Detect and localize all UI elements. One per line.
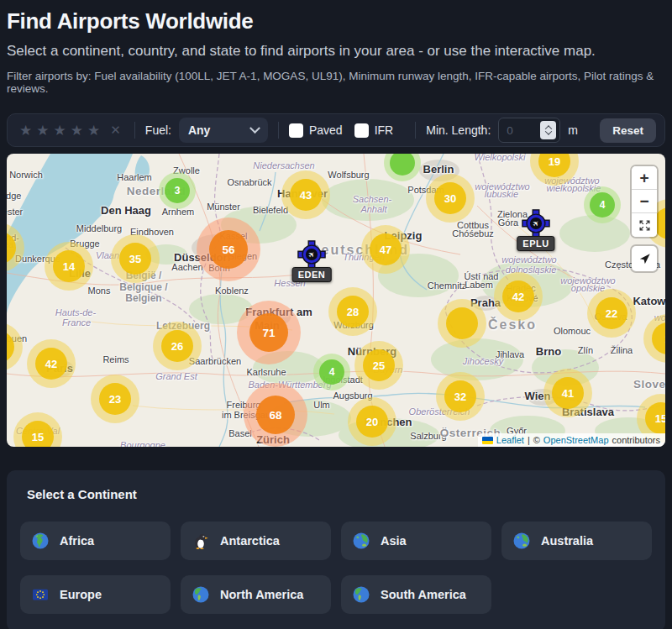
cluster-count: 42 [502,280,534,312]
min-length-field[interactable] [498,118,560,143]
cluster-count: 28 [337,296,369,328]
map-label: Zlín [578,346,593,355]
number-stepper[interactable] [540,121,556,139]
cluster-marker[interactable]: 43 [281,170,330,219]
map-label: Osnabrück [227,178,271,187]
locate-me-button[interactable] [632,246,657,271]
fullscreen-button[interactable] [632,213,657,237]
copyright-symbol: © [533,435,540,445]
map-label: Anhalt [360,205,386,214]
page-title: Find Airports Worldwide [7,8,665,34]
cluster-marker[interactable]: 28 [328,287,377,336]
cluster-marker[interactable]: 26 [153,322,202,370]
map-label: ester [7,207,23,217]
cluster-marker[interactable]: 56 [197,218,260,281]
star-icon[interactable]: ★ [54,122,66,139]
cluster-marker[interactable]: 47 [361,225,410,274]
min-length-input[interactable] [507,124,538,137]
continent-button[interactable]: Asia [341,522,491,560]
continent-label: Africa [60,534,94,548]
locate-icon [638,252,652,266]
cluster-marker[interactable]: 14 [45,242,93,291]
map-label: Labem [465,280,493,290]
filter-toolbar: ★★★★★ ✕ Fuel: Any Paved IFR Min. Length:… [7,113,665,147]
fuel-label: Fuel: [145,123,171,137]
map-label: France [62,318,91,328]
interactive-map[interactable]: Norwichidgeesterend-eaHaarlemZwolleNeder… [7,154,665,447]
cluster-count: 35 [119,243,151,275]
cluster-marker[interactable]: 22 [587,289,636,338]
star-icon[interactable]: ★ [87,122,100,139]
star-icon[interactable]: ★ [71,122,83,139]
star-icon[interactable]: ★ [36,122,49,139]
reset-button[interactable]: Reset [600,118,656,143]
continent-label: Europe [60,588,102,601]
cluster-marker[interactable]: 3 [159,172,196,209]
cluster-count: 56 [209,230,248,269]
paved-label: Paved [309,123,343,137]
cluster-marker[interactable]: 42 [27,339,76,388]
cluster-count: 42 [35,348,67,380]
leaflet-link[interactable]: Leaflet [496,435,524,445]
cluster-marker[interactable]: 32 [436,372,485,421]
cluster-marker[interactable] [438,299,486,348]
cluster-marker[interactable]: 71 [237,301,301,364]
map-label: Berlin [423,164,454,175]
cluster-count: 30 [434,182,466,214]
cluster-marker[interactable]: 30 [426,174,475,223]
ifr-filter[interactable]: IFR [354,123,394,138]
unit-label: m [568,123,578,137]
continent-button[interactable]: Africa [20,522,171,560]
map-label: Wielkopolski [474,154,525,162]
map-label: Katowice [633,296,665,307]
continent-button[interactable]: Australia [501,522,652,560]
cluster-marker[interactable]: 68 [244,383,307,447]
ifr-checkbox[interactable] [354,123,369,138]
cluster-count: 23 [99,383,131,415]
ifr-label: IFR [375,123,394,137]
continent-button[interactable]: South America [341,575,491,614]
cluster-count: 25 [363,349,395,381]
cluster-marker[interactable]: 35 [111,234,160,283]
airport-code-label: EDEN [292,267,332,282]
map-label: Jihočeský [463,357,503,366]
cluster-marker[interactable]: 41 [543,369,592,417]
zoom-in-button[interactable]: + [632,166,657,190]
airport-code-label: EPLU [517,236,554,251]
map-label: Aachen [171,263,202,272]
cluster-count: 15 [22,421,54,447]
cluster-count [390,154,415,176]
cluster-marker[interactable]: 4 [584,186,621,223]
map-label: lubuskie [485,190,518,199]
map-label: Góra [498,218,518,228]
zoom-out-button[interactable]: − [632,190,657,213]
map-label: Belgien [125,293,161,303]
continent-button[interactable]: Europe [20,575,171,614]
map-label: Münster [207,202,240,212]
fuel-selected-value: Any [188,123,210,137]
continent-label: Antarctica [220,534,280,548]
cluster-marker[interactable]: 25 [354,341,403,390]
map-label: Middelburg [76,224,122,233]
cluster-count [7,331,14,363]
continent-grid: Africa Antarctica Asia Australia Europe … [20,522,652,614]
map-label: idge [7,191,21,201]
continent-button[interactable]: North America [181,575,331,614]
clear-rating-icon[interactable]: ✕ [110,123,121,138]
attribution-divider: | [528,435,530,445]
continent-button[interactable]: Antarctica [181,522,331,560]
fuel-select[interactable]: Any [179,118,268,143]
osm-link[interactable]: OpenStreetMap [543,435,609,445]
map-label: Haarlem [117,173,152,182]
star-icon[interactable]: ★ [19,122,32,139]
map-label: Reims [102,355,129,364]
cluster-marker[interactable]: 20 [348,397,396,446]
cluster-marker[interactable]: 42 [494,272,543,321]
map-label: Česko [488,318,537,332]
cluster-marker[interactable]: 23 [91,375,139,423]
cluster-marker[interactable]: 4 [313,354,350,391]
paved-filter[interactable]: Paved [289,123,343,138]
paved-checkbox[interactable] [289,123,303,138]
map-label: Žilina [611,346,633,355]
fullscreen-icon [638,219,651,232]
